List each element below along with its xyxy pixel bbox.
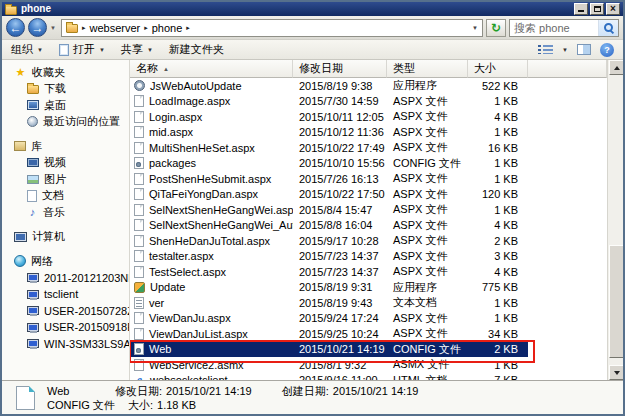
scrollbar-thumb[interactable] bbox=[609, 245, 623, 358]
chevron-down-icon: ▼ bbox=[99, 47, 105, 53]
file-name: ViewDanJu.aspx bbox=[149, 312, 231, 324]
file-row[interactable]: websocketclient 2015/9/16 11:00 HTML 文档 … bbox=[130, 373, 607, 381]
file-name: QiTaFeiYongDan.aspx bbox=[149, 188, 258, 200]
organize-label: 组织 bbox=[11, 42, 33, 57]
open-button[interactable]: 打开 ▼ bbox=[59, 42, 105, 57]
file-row[interactable]: SelNextShenHeGangWei_Auto.aspx 2015/8/8 … bbox=[130, 218, 607, 234]
new-folder-button[interactable]: 新建文件夹 bbox=[169, 42, 224, 57]
column-header-date[interactable]: 修改日期 bbox=[293, 60, 387, 78]
maximize-button[interactable] bbox=[590, 3, 604, 15]
file-row[interactable]: WebService2.asmx 2015/8/1 9:32 ASMX 文件 1… bbox=[130, 357, 607, 373]
change-view-icon[interactable] bbox=[538, 44, 553, 55]
file-row[interactable]: PostShenHeSubmit.aspx 2015/7/26 16:13 AS… bbox=[130, 171, 607, 187]
file-name: ver bbox=[149, 297, 164, 309]
column-headers: 名称 ▲ 修改日期 类型 大小 bbox=[130, 60, 607, 78]
file-row[interactable]: Update 2015/8/19 9:31 应用程序 775 KB bbox=[130, 280, 607, 296]
sidebar-item[interactable]: 收藏夹 bbox=[2, 64, 129, 81]
sidebar-item[interactable]: 下载 bbox=[2, 81, 129, 98]
share-button[interactable]: 共享 ▼ bbox=[121, 42, 153, 57]
sidebar-item[interactable]: 网络 bbox=[2, 253, 129, 270]
search-input[interactable] bbox=[510, 22, 598, 34]
file-name-cell: SelNextShenHeGangWei_Auto.aspx bbox=[130, 218, 293, 234]
file-type-cell: ASPX 文件 bbox=[387, 326, 468, 342]
column-header-type[interactable]: 类型 bbox=[387, 60, 468, 78]
file-type-cell: 应用程序 bbox=[387, 78, 468, 94]
file-row[interactable]: QiTaFeiYongDan.aspx 2015/10/22 17:50 ASP… bbox=[130, 187, 607, 203]
column-header-name[interactable]: 名称 ▲ bbox=[130, 60, 293, 78]
network-icon bbox=[14, 255, 26, 267]
refresh-button[interactable]: ↻ bbox=[486, 19, 506, 37]
file-row[interactable]: TestSelect.aspx 2015/7/23 14:37 ASPX 文件 … bbox=[130, 264, 607, 280]
organize-button[interactable]: 组织 ▼ bbox=[11, 42, 43, 57]
sidebar-item[interactable]: WIN-3SM33LS9AMO bbox=[2, 336, 129, 353]
scroll-down-button[interactable] bbox=[609, 365, 623, 380]
address-dropdown-icon[interactable]: ▼ bbox=[472, 25, 478, 31]
file-date-cell: 2015/7/30 14:59 bbox=[293, 94, 387, 110]
file-doc-icon bbox=[134, 219, 144, 231]
file-doc-icon bbox=[134, 173, 144, 185]
file-name: MultiShenHeSet.aspx bbox=[149, 142, 255, 154]
scroll-up-button[interactable] bbox=[609, 60, 623, 75]
sidebar-item[interactable]: 库 bbox=[2, 138, 129, 155]
sidebar-item[interactable]: 文档 bbox=[2, 188, 129, 205]
file-name-cell: SelNextShenHeGangWei.aspx bbox=[130, 202, 293, 218]
sidebar-item[interactable]: USER-20150728ZU bbox=[2, 303, 129, 320]
file-row[interactable]: Web 2015/10/21 14:19 CONFIG 文件 2 KB bbox=[130, 342, 607, 358]
sidebar-item[interactable]: 音乐 bbox=[2, 204, 129, 221]
preview-pane-icon[interactable] bbox=[577, 44, 591, 55]
sidebar-item[interactable]: tsclient bbox=[2, 286, 129, 303]
sidebar-item[interactable]: 2011-20121203NP bbox=[2, 270, 129, 287]
maximize-icon bbox=[594, 6, 601, 12]
help-icon[interactable]: ? bbox=[600, 43, 614, 57]
file-name-cell: TestSelect.aspx bbox=[130, 264, 293, 280]
file-date-cell: 2015/9/16 11:00 bbox=[293, 373, 387, 381]
file-row[interactable]: MultiShenHeSet.aspx 2015/10/22 17:49 ASP… bbox=[130, 140, 607, 156]
minimize-button[interactable] bbox=[574, 3, 588, 15]
sidebar-item-label: 桌面 bbox=[44, 98, 66, 113]
file-date-cell: 2015/7/23 14:37 bbox=[293, 249, 387, 265]
file-row[interactable]: testalter.aspx 2015/7/23 14:37 ASPX 文件 3… bbox=[130, 249, 607, 265]
breadcrumb-item-phone[interactable]: phone bbox=[152, 22, 183, 34]
file-date-cell: 2015/8/19 9:31 bbox=[293, 280, 387, 296]
open-label: 打开 bbox=[73, 42, 95, 57]
file-row[interactable]: JsWebAutoUpdate 2015/8/19 9:38 应用程序 522 … bbox=[130, 78, 607, 94]
file-date-cell: 2015/10/22 17:49 bbox=[293, 140, 387, 156]
sidebar-item[interactable]: 计算机 bbox=[2, 229, 129, 246]
main-area: 收藏夹 下载 桌面 最近访问的位置 bbox=[2, 60, 623, 380]
file-size-cell: 2 KB bbox=[468, 233, 528, 249]
file-row[interactable]: mid.aspx 2015/10/12 11:36 ASPX 文件 1 KB bbox=[130, 125, 607, 141]
file-row[interactable]: ver 2015/8/19 9:43 文本文档 1 KB bbox=[130, 295, 607, 311]
sidebar-item[interactable]: 视频 bbox=[2, 155, 129, 172]
search-button[interactable] bbox=[598, 20, 618, 36]
file-name: testalter.aspx bbox=[149, 250, 214, 262]
sidebar-item[interactable]: 桌面 bbox=[2, 97, 129, 114]
file-row[interactable]: SelNextShenHeGangWei.aspx 2015/8/4 15:47… bbox=[130, 202, 607, 218]
file-row[interactable]: packages 2015/10/10 15:56 CONFIG 文件 1 KB bbox=[130, 156, 607, 172]
details-created-value: 2015/10/21 14:19 bbox=[333, 385, 419, 397]
pc-icon bbox=[27, 273, 39, 282]
ie-icon bbox=[134, 374, 145, 380]
sidebar-item[interactable]: USER-20150918ES bbox=[2, 319, 129, 336]
file-row[interactable]: LoadImage.aspx 2015/7/30 14:59 ASPX 文件 1… bbox=[130, 94, 607, 110]
file-row[interactable]: ViewDanJu.aspx 2015/9/24 17:24 ASPX 文件 1… bbox=[130, 311, 607, 327]
music-icon bbox=[27, 206, 38, 218]
address-bar[interactable]: ▸ webserver ▸ phone ▸ ▼ bbox=[61, 19, 483, 37]
column-header-size[interactable]: 大小 bbox=[468, 60, 528, 78]
close-button[interactable]: × bbox=[606, 3, 620, 15]
forward-button[interactable]: → bbox=[28, 18, 47, 37]
sidebar-item[interactable]: 最近访问的位置 bbox=[2, 114, 129, 131]
file-row[interactable]: ViewDanJuList.aspx 2015/9/25 10:24 ASPX … bbox=[130, 326, 607, 342]
sidebar-item[interactable]: 图片 bbox=[2, 171, 129, 188]
view-dropdown-icon[interactable]: ▼ bbox=[562, 47, 568, 53]
column-header-date-label: 修改日期 bbox=[299, 61, 343, 76]
window-folder-icon bbox=[5, 6, 17, 15]
vertical-scrollbar[interactable] bbox=[607, 60, 623, 380]
pc-icon bbox=[27, 339, 39, 348]
file-row[interactable]: ShenHeDanJuTotal.aspx 2015/9/17 10:28 AS… bbox=[130, 233, 607, 249]
file-name: PostShenHeSubmit.aspx bbox=[149, 173, 271, 185]
back-button[interactable]: ← bbox=[6, 18, 25, 37]
recent-pages-dropdown-icon[interactable]: ▼ bbox=[50, 25, 56, 31]
file-row[interactable]: Login.aspx 2015/10/11 12:05 ASPX 文件 4 KB bbox=[130, 109, 607, 125]
breadcrumb-item-webserver[interactable]: webserver bbox=[89, 22, 140, 34]
file-name-cell: Web bbox=[130, 342, 293, 358]
